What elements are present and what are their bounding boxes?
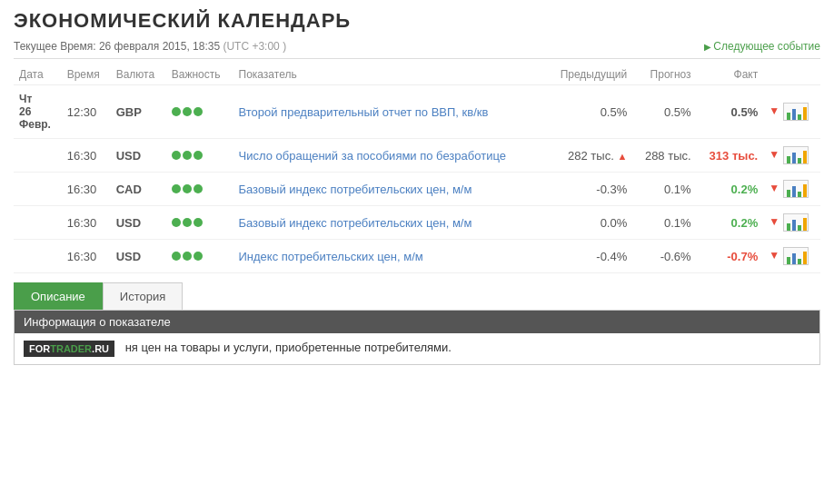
- col-date: Дата: [14, 64, 62, 85]
- svg-rect-1: [792, 109, 796, 120]
- current-time-bar: Текущее Время: 26 февраля 2015, 18:35 (U…: [14, 40, 820, 53]
- table-row: 16:30USDЧисло обращений за пособиями по …: [14, 139, 820, 173]
- col-chart: [763, 64, 820, 85]
- cell-previous: 0.5%: [545, 85, 632, 139]
- col-forecast: Прогноз: [632, 64, 696, 85]
- svg-rect-14: [798, 225, 801, 231]
- header-divider: [14, 58, 820, 59]
- cell-currency: CAD: [111, 173, 166, 206]
- trend-arrow-icon: ▼: [769, 215, 779, 228]
- cell-forecast: 0.5%: [632, 85, 696, 139]
- logo-trader: TRADER: [50, 343, 92, 354]
- cell-time: 12:30: [62, 85, 111, 139]
- time-display: Текущее Время: 26 февраля 2015, 18:35 (U…: [14, 40, 286, 53]
- cell-date: [14, 173, 62, 206]
- cell-forecast: 288 тыс.: [632, 139, 696, 173]
- svg-rect-8: [787, 190, 790, 197]
- cell-indicator[interactable]: Индекс потребительских цен, м/м: [233, 240, 546, 273]
- cell-time: 16:30: [62, 206, 111, 240]
- col-indicator: Показатель: [233, 64, 546, 85]
- mini-chart-icon[interactable]: [783, 247, 809, 265]
- svg-rect-4: [787, 156, 790, 163]
- importance-dot: [194, 107, 203, 116]
- cell-indicator[interactable]: Базовый индекс потребительских цен, м/м: [233, 206, 546, 240]
- cell-indicator[interactable]: Базовый индекс потребительских цен, м/м: [233, 173, 546, 206]
- prev-arrow-icon: ▲: [617, 151, 627, 162]
- tab-content-header: Информация о показателе: [15, 311, 819, 333]
- mini-chart-icon[interactable]: [783, 180, 809, 198]
- cell-importance: [166, 240, 233, 273]
- trend-arrow-icon: ▼: [769, 249, 779, 262]
- trend-arrow-icon: ▼: [769, 148, 779, 161]
- table-row: 16:30CADБазовый индекс потребительских ц…: [14, 173, 820, 206]
- footer-logo: FORTRADER.RU: [24, 341, 114, 357]
- importance-dot: [194, 184, 203, 193]
- next-event-link[interactable]: Следующее событие: [704, 40, 820, 53]
- svg-rect-9: [792, 186, 796, 197]
- cell-date: [14, 206, 62, 240]
- svg-rect-5: [792, 153, 796, 163]
- mini-chart-icon[interactable]: [783, 213, 809, 232]
- importance-dot: [194, 252, 203, 261]
- svg-rect-3: [803, 107, 807, 120]
- cell-forecast: -0.6%: [632, 240, 696, 273]
- cell-currency: USD: [111, 206, 166, 240]
- table-body: Чт26 Февр.12:30GBPВторой предварительный…: [14, 85, 820, 273]
- col-previous: Предыдущий: [545, 64, 632, 85]
- cell-date: Чт26 Февр.: [14, 85, 62, 139]
- page-title: ЭКОНОМИЧЕСКИЙ КАЛЕНДАРЬ: [14, 9, 820, 33]
- cell-fact: 0.5%: [697, 85, 764, 139]
- col-fact: Факт: [697, 64, 764, 85]
- logo-ru: .RU: [92, 343, 109, 354]
- cell-fact: 0.2%: [697, 206, 764, 240]
- logo-for: FOR: [29, 343, 50, 354]
- svg-rect-11: [803, 184, 807, 197]
- time-label: Текущее Время: 26 февраля 2015, 18:35: [14, 40, 220, 53]
- cell-currency: USD: [111, 240, 166, 273]
- cell-importance: [166, 173, 233, 206]
- cell-fact: 313 тыс.: [697, 139, 764, 173]
- importance-dot: [183, 252, 192, 261]
- svg-rect-12: [787, 223, 790, 231]
- cell-time: 16:30: [62, 240, 111, 273]
- utc-label: (UTC +3:00 ): [223, 40, 286, 53]
- tab-history[interactable]: История: [103, 282, 183, 310]
- tabs-header: Описание История: [14, 282, 820, 310]
- tab-description[interactable]: Описание: [14, 282, 103, 310]
- importance-dot: [172, 184, 181, 193]
- cell-previous: 282 тыс. ▲: [545, 139, 632, 173]
- importance-dot: [183, 184, 192, 193]
- svg-rect-10: [798, 192, 801, 197]
- cell-trend-chart: ▼: [763, 240, 820, 273]
- cell-forecast: 0.1%: [632, 173, 696, 206]
- cell-indicator[interactable]: Число обращений за пособиями по безработ…: [233, 139, 546, 173]
- table-row: 16:30USDБазовый индекс потребительских ц…: [14, 206, 820, 240]
- tab-content-body: FORTRADER.RU ня цен на товары и услуги, …: [15, 333, 819, 364]
- main-container: ЭКОНОМИЧЕСКИЙ КАЛЕНДАРЬ Текущее Время: 2…: [0, 0, 834, 374]
- cell-currency: USD: [111, 139, 166, 173]
- trend-arrow-icon: ▼: [769, 182, 779, 194]
- mini-chart-icon[interactable]: [783, 146, 809, 164]
- importance-dot: [172, 218, 181, 227]
- cell-previous: -0.4%: [545, 240, 632, 273]
- importance-dot: [183, 151, 192, 160]
- cell-trend-chart: ▼: [763, 139, 820, 173]
- mini-chart-icon[interactable]: [783, 103, 809, 121]
- importance-dot: [183, 218, 192, 227]
- cell-fact: -0.7%: [697, 240, 764, 273]
- cell-trend-chart: ▼: [763, 85, 820, 139]
- svg-rect-15: [803, 218, 807, 231]
- importance-dot: [172, 151, 181, 160]
- cell-previous: -0.3%: [545, 173, 632, 206]
- col-importance: Важность: [166, 64, 233, 85]
- svg-rect-16: [787, 257, 790, 264]
- cell-trend-chart: ▼: [763, 173, 820, 206]
- svg-rect-18: [798, 259, 801, 264]
- cell-fact: 0.2%: [697, 173, 764, 206]
- cell-forecast: 0.1%: [632, 206, 696, 240]
- cell-indicator[interactable]: Второй предварительный отчет по ВВП, кв/…: [233, 85, 546, 139]
- svg-rect-0: [787, 113, 790, 120]
- cell-importance: [166, 206, 233, 240]
- table-row: 16:30USDИндекс потребительских цен, м/м-…: [14, 240, 820, 273]
- svg-rect-19: [803, 252, 807, 264]
